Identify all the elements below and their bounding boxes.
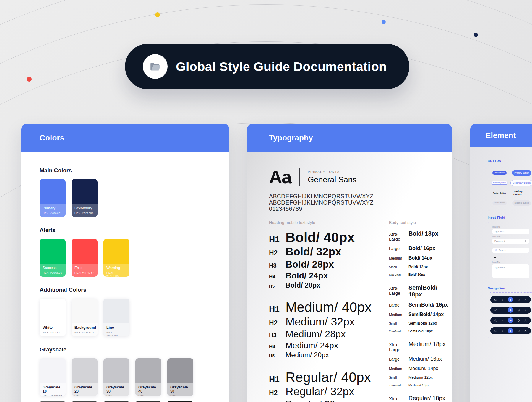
color-swatch: Secondary HEX: #021638: [72, 179, 98, 217]
filter-icon[interactable]: [501, 319, 504, 322]
home-icon[interactable]: [494, 329, 497, 332]
font-specimen-header: Aa PRIMARY FONTS General Sans: [269, 168, 452, 186]
swatch-name: Background: [74, 325, 95, 330]
textarea-input[interactable]: Type here...: [492, 264, 529, 278]
page-title: Global Style Guide Documentation: [176, 59, 387, 74]
body-size-tag: Xtra-Large: [389, 342, 408, 352]
home-icon[interactable]: [494, 298, 497, 301]
swatch-label-band: Grayscale 10 HEX: #F2F2F7: [40, 383, 66, 396]
heading-styles-label: Heading mobile text style: [269, 220, 389, 225]
radio-dot[interactable]: [494, 257, 496, 258]
color-swatch: Grayscale 50 HEX: #FFCD1A: [167, 358, 193, 396]
typography-card-header: Typography: [247, 124, 452, 152]
plus-icon[interactable]: +: [508, 307, 513, 313]
color-swatch: Error HEX: #FF4747: [72, 239, 98, 277]
plus-icon[interactable]: +: [508, 317, 513, 323]
heading-tag: H1: [269, 375, 286, 384]
eye-off-icon[interactable]: [524, 240, 527, 242]
body-style-row: Xtra-Large Regular/ 18px: [389, 395, 452, 402]
bell-icon[interactable]: [517, 319, 520, 322]
body-style-value: Medium/ 16px: [408, 356, 442, 362]
decor-dot: [27, 77, 32, 82]
bottom-navigation-bar: +: [490, 317, 531, 324]
plus-icon[interactable]: +: [508, 297, 513, 302]
body-size-tag: Xtra-Large: [389, 286, 408, 296]
heading-tag: H3: [269, 332, 286, 339]
text-input[interactable]: Type here...: [492, 229, 529, 234]
body-style-row: Small SemiBold/ 12px: [389, 321, 452, 325]
user-icon[interactable]: [524, 319, 527, 322]
heading-style-value: Medium/ 28px: [286, 329, 346, 339]
tertiary-button-small[interactable]: Tertiary Button: [493, 192, 506, 194]
heading-style-row: H1 Bold/ 40px: [269, 230, 389, 244]
color-swatch: White HEX: #FFFFFF: [40, 299, 66, 336]
user-icon[interactable]: [524, 329, 527, 332]
primary-button-small[interactable]: Primary Button: [492, 171, 507, 175]
body-style-value: Bold/ 18px: [408, 230, 438, 237]
swatch-hex: HEX: #F8F8F8: [74, 331, 95, 334]
body-style-value: Bold/ 12px: [408, 265, 428, 269]
swatch-label-band: Error HEX: #FF4747: [72, 264, 98, 277]
body-style-value: SemiBold/ 18px: [408, 284, 452, 298]
body-style-value: Medium/ 12px: [408, 375, 433, 380]
search-input[interactable]: Search...: [492, 248, 529, 253]
heading-style-row: H5 Medium/ 20px: [269, 351, 389, 359]
plus-icon[interactable]: +: [508, 328, 513, 333]
user-icon[interactable]: [524, 298, 527, 301]
element-card-title: Element: [486, 131, 516, 140]
body-style-row: Xtra-Small Bold/ 10px: [389, 273, 452, 276]
swatch-hex: HEX: #F2F2F7: [43, 395, 63, 396]
swatch-hex: HEX: #021638: [74, 211, 95, 215]
filter-icon[interactable]: [501, 298, 504, 301]
alerts-section: Alerts Success HEX: #00C566: [40, 227, 211, 277]
disable-button-small: Disable Button: [492, 201, 507, 205]
home-icon[interactable]: [494, 309, 497, 312]
heading-tag: H4: [269, 344, 286, 350]
input-placeholder: Type here...: [494, 230, 507, 233]
body-size-tag: Xtra-Large: [389, 396, 408, 402]
swatch-label-band: Background HEX: #F8F8F8: [72, 323, 98, 336]
navigation-showcase-box: +: [488, 292, 532, 338]
color-swatch: Grayscale 20 HEX: #D1D1D6: [72, 358, 98, 396]
divider: [299, 168, 300, 186]
password-placeholder: Password: [494, 240, 505, 242]
heading-style-value: Medium/ 24px: [286, 341, 338, 350]
swatch-name: Primary: [43, 206, 63, 210]
heading-style-row: H3 Regular/ 28px: [269, 399, 389, 402]
secondary-button[interactable]: Secondary Button: [510, 180, 532, 186]
body-style-row: Xtra-Large SemiBold/ 18px: [389, 284, 452, 298]
filter-icon[interactable]: [501, 309, 504, 312]
user-icon[interactable]: [524, 309, 527, 312]
color-swatch: Grayscale 40 HEX: #FFCD1A: [135, 358, 161, 396]
bell-icon[interactable]: [517, 309, 520, 312]
heading-tag: H2: [269, 389, 286, 397]
filter-icon[interactable]: [501, 329, 504, 332]
heading-style-value: Bold/ 24px: [286, 271, 328, 280]
bell-icon[interactable]: [517, 329, 520, 332]
primary-button[interactable]: Primary Button: [512, 170, 531, 176]
button-section-label: BUTTON: [488, 159, 532, 163]
heading-style-row: H3 Bold/ 28px: [269, 260, 389, 270]
body-style-value: Medium/ 10px: [408, 383, 429, 387]
body-size-tag: Xtra-Small: [389, 330, 408, 333]
swatch-label-band: White HEX: #FFFFFF: [40, 323, 66, 336]
secondary-button-small[interactable]: Secondary Button: [491, 181, 508, 185]
password-input[interactable]: Password: [492, 239, 529, 244]
heading-tag: H5: [269, 353, 286, 358]
color-swatch: Background HEX: #F8F8F8: [72, 299, 98, 336]
bell-icon[interactable]: [517, 298, 520, 301]
tertiary-button[interactable]: Tertiary Button: [513, 190, 530, 196]
body-style-value: Bold/ 10px: [408, 273, 425, 276]
alphabet-specimen: ABCDEFGHIJKLMNOPQRSTUVWXYZ ABCDEFGHIJKLM…: [269, 193, 452, 212]
heading-style-row: H1 Regular/ 40px: [269, 370, 389, 384]
heading-style-value: Regular/ 40px: [286, 370, 371, 384]
home-icon[interactable]: [494, 319, 497, 322]
folder-icon: [143, 54, 168, 79]
body-style-row: Large Medium/ 16px: [389, 356, 452, 362]
body-style-value: SemiBold/ 10px: [408, 329, 433, 333]
colors-card: Colors Main Colors Primary HEX: #4864E1: [21, 124, 229, 402]
body-style-row: Xtra-Large Bold/ 18px: [389, 230, 452, 241]
heading-style-value: Bold/ 40px: [286, 230, 355, 244]
alphabet-line-1: ABCDEFGHIJKLMNOPQRSTUVWXYZ: [269, 193, 452, 200]
color-swatch: Grayscale 30 HEX: #FFCD1A: [103, 358, 129, 396]
